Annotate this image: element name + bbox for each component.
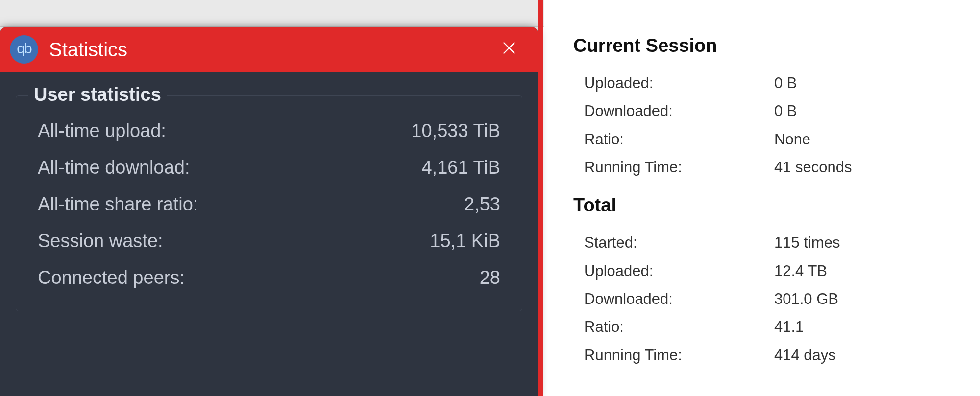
qb-value: 15,1 KiB [430,231,500,252]
dl-total-heading: Total [573,195,965,216]
qb-label: All-time share ratio: [38,194,198,215]
dl-value: 115 times [774,229,965,256]
qb-value: 2,53 [464,194,500,215]
qb-value: 4,161 TiB [421,157,500,178]
dl-row-session-uploaded: Uploaded: 0 B [573,69,965,97]
qb-row-alltime-download: All-time download: 4,161 TiB [36,149,502,186]
divider-stripe [538,0,543,396]
dl-value: 41.1 [774,313,965,341]
qb-value: 10,533 TiB [411,120,500,141]
dl-value: None [774,125,965,153]
qb-row-alltime-upload: All-time upload: 10,533 TiB [36,113,502,149]
close-icon[interactable] [495,38,523,61]
dl-label: Uploaded: [573,257,774,285]
dl-row-total-started: Started: 115 times [573,229,965,256]
dl-statistics-panel: Current Session Uploaded: 0 B Downloaded… [573,29,965,369]
qb-value: 28 [480,267,500,288]
qb-label: Session waste: [38,231,163,252]
qb-app-icon: qb [10,35,38,64]
dl-label: Uploaded: [573,69,774,97]
dl-label: Running Time: [573,341,774,369]
qb-row-alltime-ratio: All-time share ratio: 2,53 [36,186,502,223]
dl-row-total-running-time: Running Time: 414 days [573,341,965,369]
qb-row-session-waste: Session waste: 15,1 KiB [36,223,502,259]
dl-row-total-uploaded: Uploaded: 12.4 TB [573,257,965,285]
qb-window-title: Statistics [49,39,495,61]
dl-label: Ratio: [573,313,774,341]
qb-user-statistics-group: User statistics All-time upload: 10,533 … [16,95,522,311]
dl-value: 301.0 GB [774,285,965,313]
dl-label: Running Time: [573,153,774,181]
qb-app-icon-text: qb [17,40,31,57]
qb-label: All-time download: [38,157,190,178]
qb-titlebar[interactable]: qb Statistics [0,27,538,72]
dl-row-session-ratio: Ratio: None [573,125,965,153]
dl-label: Downloaded: [573,285,774,313]
dl-row-total-downloaded: Downloaded: 301.0 GB [573,285,965,313]
qb-body: User statistics All-time upload: 10,533 … [0,72,538,311]
qb-row-connected-peers: Connected peers: 28 [36,259,502,296]
dl-row-session-downloaded: Downloaded: 0 B [573,97,965,125]
dl-row-total-ratio: Ratio: 41.1 [573,313,965,341]
dl-value: 414 days [774,341,965,369]
dl-label: Started: [573,229,774,256]
qb-group-title: User statistics [28,84,167,105]
qb-label: Connected peers: [38,267,185,288]
dl-value: 0 B [774,69,965,97]
dl-current-session-heading: Current Session [573,35,965,56]
qb-statistics-dialog: qb Statistics User statistics All-time u… [0,27,538,396]
dl-value: 0 B [774,97,965,125]
dl-value: 12.4 TB [774,257,965,285]
qb-label: All-time upload: [38,120,166,141]
window-backdrop [0,0,544,27]
dl-row-session-running-time: Running Time: 41 seconds [573,153,965,181]
dl-label: Ratio: [573,125,774,153]
dl-label: Downloaded: [573,97,774,125]
dl-value: 41 seconds [774,153,965,181]
